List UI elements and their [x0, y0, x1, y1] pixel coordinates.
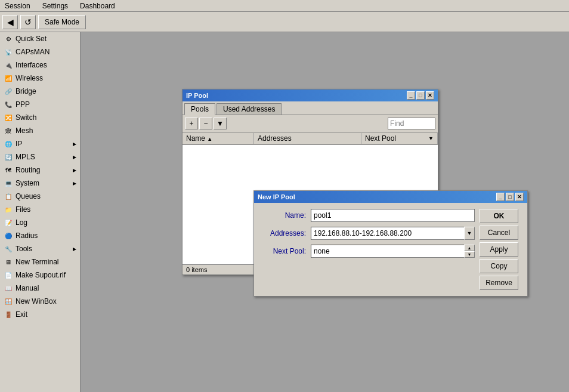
- sidebar-label-tools: Tools: [16, 245, 32, 253]
- ip-pool-maximize-button[interactable]: □: [416, 91, 425, 100]
- filter-pool-button[interactable]: ▼: [214, 118, 227, 129]
- ip-pool-minimize-button[interactable]: _: [407, 91, 415, 100]
- sidebar-item-routing[interactable]: 🗺 Routing: [0, 163, 80, 177]
- ok-button[interactable]: OK: [480, 209, 518, 223]
- pool-search-input[interactable]: [388, 118, 435, 129]
- next-pool-row: Next Pool: none ▲ ▼: [260, 245, 475, 258]
- sidebar-label-mesh: Mesh: [16, 126, 33, 135]
- new-pool-maximize-button[interactable]: □: [506, 193, 514, 201]
- menu-dashboard[interactable]: Dashboard: [78, 2, 117, 10]
- sidebar-item-new-terminal[interactable]: 🖥 New Terminal: [0, 255, 80, 268]
- mpls-icon: 🔄: [4, 152, 13, 162]
- addresses-input[interactable]: [311, 227, 464, 240]
- system-icon: 💻: [4, 178, 13, 188]
- ip-pool-table-header: Name ▲ Addresses Next Pool ▼: [183, 132, 438, 145]
- menu-settings[interactable]: Settings: [40, 2, 70, 10]
- name-row: Name:: [260, 209, 475, 222]
- ppp-icon: 📞: [4, 100, 13, 109]
- supout-icon: 📄: [4, 270, 13, 280]
- sidebar-item-exit[interactable]: 🚪 Exit: [0, 308, 80, 321]
- tab-pools[interactable]: Pools: [184, 103, 215, 115]
- sidebar-item-bridge[interactable]: 🔗 Bridge: [0, 85, 80, 98]
- next-pool-select-buttons: ▲ ▼: [464, 245, 475, 258]
- sidebar-item-system[interactable]: 💻 System: [0, 177, 80, 190]
- tab-used-addresses[interactable]: Used Addresses: [217, 103, 282, 115]
- add-pool-button[interactable]: +: [185, 118, 198, 129]
- sidebar-item-ip[interactable]: 🌐 IP: [0, 137, 80, 150]
- col-header-next-pool: Next Pool ▼: [361, 133, 438, 144]
- sidebar-label-radius: Radius: [16, 232, 38, 240]
- bridge-icon: 🔗: [4, 87, 13, 96]
- sidebar-label-wireless: Wireless: [16, 74, 43, 82]
- remove-button[interactable]: Remove: [480, 276, 518, 290]
- menu-session[interactable]: Session: [2, 2, 33, 10]
- next-pool-select-group: none ▲ ▼: [311, 245, 475, 258]
- ip-pool-toolbar: + − ▼: [183, 115, 438, 132]
- log-icon: 📝: [4, 218, 13, 227]
- addresses-combo-button[interactable]: ▼: [464, 227, 475, 240]
- ip-pool-close-button[interactable]: ✕: [426, 91, 434, 100]
- sidebar-item-capsman[interactable]: 📡 CAPsMAN: [0, 45, 80, 58]
- sidebar-label-switch: Switch: [16, 113, 36, 122]
- sidebar-label-ppp: PPP: [16, 100, 30, 109]
- sidebar-label-capsman: CAPsMAN: [16, 48, 50, 56]
- toolbar: ◀ ↺ Safe Mode: [0, 12, 569, 32]
- sidebar-item-wireless[interactable]: 📶 Wireless: [0, 72, 80, 85]
- sidebar-label-exit: Exit: [16, 310, 27, 319]
- interfaces-icon: 🔌: [4, 60, 13, 70]
- sidebar-item-radius[interactable]: 🔵 Radius: [0, 229, 80, 242]
- sidebar-item-mpls[interactable]: 🔄 MPLS: [0, 150, 80, 163]
- tools-icon: 🔧: [4, 244, 13, 254]
- copy-button[interactable]: Copy: [480, 259, 518, 273]
- sidebar-label-log: Log: [16, 218, 27, 227]
- sidebar-item-ppp[interactable]: 📞 PPP: [0, 98, 80, 111]
- quickset-icon: ⚙: [4, 34, 13, 44]
- sidebar-item-interfaces[interactable]: 🔌 Interfaces: [0, 58, 80, 72]
- sidebar-item-tools[interactable]: 🔧 Tools: [0, 242, 80, 255]
- next-pool-down-button[interactable]: ▼: [464, 251, 475, 258]
- sidebar-item-queues[interactable]: 📋 Queues: [0, 190, 80, 203]
- next-pool-select[interactable]: none: [311, 245, 464, 258]
- new-pool-form: Name: Addresses: ▼ Next Pool:: [260, 209, 475, 290]
- sidebar-item-switch[interactable]: 🔀 Switch: [0, 111, 80, 124]
- manual-icon: 📖: [4, 283, 13, 293]
- sidebar: ⚙ Quick Set 📡 CAPsMAN 🔌 Interfaces 📶 Wir…: [0, 32, 81, 392]
- dialog-action-buttons: OK Cancel Apply Copy Remove: [480, 209, 521, 290]
- sidebar-label-routing: Routing: [16, 166, 40, 174]
- ip-pool-title: IP Pool: [186, 92, 208, 99]
- safe-mode-button[interactable]: Safe Mode: [38, 15, 86, 29]
- menu-bar: Session Settings Dashboard: [0, 0, 569, 12]
- next-pool-up-button[interactable]: ▲: [464, 245, 475, 251]
- remove-pool-button[interactable]: −: [199, 118, 212, 129]
- col-header-name: Name ▲: [183, 133, 254, 144]
- ip-pool-titlebar[interactable]: IP Pool _ □ ✕: [183, 89, 438, 101]
- apply-button[interactable]: Apply: [480, 242, 518, 257]
- back-button[interactable]: ◀: [2, 15, 18, 29]
- sidebar-item-manual[interactable]: 📖 Manual: [0, 282, 80, 295]
- terminal-icon: 🖥: [4, 257, 13, 267]
- next-pool-label: Next Pool:: [260, 247, 311, 255]
- sidebar-label-new-winbox: New WinBox: [16, 297, 57, 305]
- addresses-label: Addresses:: [260, 229, 311, 237]
- col-header-addresses: Addresses: [254, 133, 361, 144]
- sidebar-label-manual: Manual: [16, 284, 39, 292]
- winbox-icon: 🪟: [4, 297, 13, 306]
- name-input[interactable]: [311, 209, 475, 222]
- new-pool-minimize-button[interactable]: _: [496, 193, 505, 201]
- new-pool-close-button[interactable]: ✕: [515, 193, 524, 201]
- cancel-button[interactable]: Cancel: [480, 226, 518, 240]
- content-area: IP Pool _ □ ✕ Pools Used Addresses + − ▼…: [81, 32, 569, 392]
- new-pool-content: Name: Addresses: ▼ Next Pool:: [254, 203, 527, 296]
- sidebar-item-mesh[interactable]: 🕸 Mesh: [0, 124, 80, 137]
- sidebar-item-log[interactable]: 📝 Log: [0, 216, 80, 229]
- sidebar-item-files[interactable]: 📁 Files: [0, 203, 80, 216]
- sidebar-item-make-supout[interactable]: 📄 Make Supout.rif: [0, 268, 80, 282]
- sidebar-item-quickset[interactable]: ⚙ Quick Set: [0, 32, 80, 45]
- sidebar-item-new-winbox[interactable]: 🪟 New WinBox: [0, 295, 80, 308]
- new-pool-titlebar[interactable]: New IP Pool _ □ ✕: [254, 191, 527, 203]
- main-layout: ⚙ Quick Set 📡 CAPsMAN 🔌 Interfaces 📶 Wir…: [0, 32, 569, 392]
- sidebar-label-new-terminal: New Terminal: [16, 258, 58, 266]
- refresh-button[interactable]: ↺: [20, 15, 36, 29]
- sidebar-label-mpls: MPLS: [16, 153, 35, 161]
- sidebar-label-interfaces: Interfaces: [16, 61, 47, 69]
